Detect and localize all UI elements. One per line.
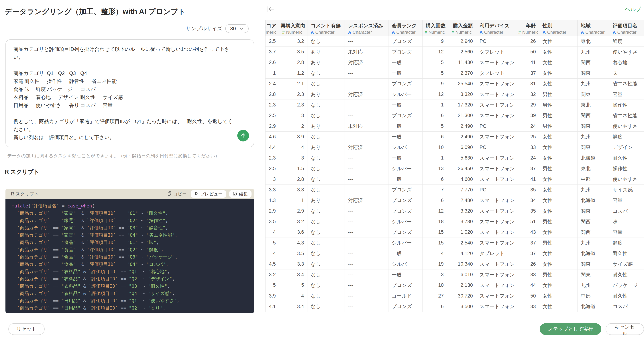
cell-purchase-amount: 4,120 — [447, 248, 476, 259]
column-header-purchase-amount[interactable]: 購入金額#Numeric — [447, 20, 476, 36]
cell-purchase-count: 6 — [422, 110, 447, 121]
cell-repurchase-intent: 2 — [278, 121, 308, 131]
cell-purchase-count: 15 — [422, 227, 447, 237]
cell-age: 24 — [518, 121, 539, 131]
cell-response-done: --- — [345, 100, 388, 110]
cell-member-rank: 一般 — [388, 100, 422, 110]
cell-response-done: 対応済 — [345, 195, 388, 206]
code-line: `商品カテゴリ` == "家電" & `評価項目ID` == "Q3" ~ "静… — [12, 224, 254, 231]
cell-member-rank: 一般 — [388, 153, 422, 163]
cell-purchase-count: 18 — [422, 216, 447, 227]
sample-size-select[interactable]: 30 — [225, 24, 248, 33]
cell-device: PC — [476, 121, 518, 131]
run-step-button[interactable]: ステップとして実行 — [540, 323, 602, 335]
cell-age: 37 — [518, 248, 539, 259]
cell-device: PC — [476, 185, 518, 195]
character-type-icon: A — [581, 30, 584, 35]
edit-button[interactable]: 編集 — [229, 190, 252, 198]
copy-button-label: コピー — [174, 191, 187, 197]
cell-member-rank: シルバー — [388, 216, 422, 227]
cell-repurchase-intent: 3.3 — [278, 185, 308, 195]
column-header-score[interactable]: スコア#Numeric — [265, 20, 278, 36]
cell-member-rank: 一般 — [388, 174, 422, 184]
column-header-purchase-count[interactable]: 購入回数#Numeric — [422, 20, 447, 36]
cell-repurchase-intent: 2.3 — [278, 100, 308, 110]
cell-score: 3 — [265, 174, 278, 184]
cell-gender: 男性 — [539, 238, 578, 248]
column-header-has-comment[interactable]: コメント有無ACharacter — [308, 20, 345, 36]
cell-response-done: --- — [345, 280, 388, 290]
cell-response-done: --- — [345, 153, 388, 163]
cell-has-comment: なし — [308, 248, 345, 259]
cell-has-comment: あり — [308, 89, 345, 100]
cell-has-comment: なし — [308, 36, 345, 47]
cell-purchase-count: 9 — [422, 79, 447, 89]
cell-repurchase-intent: 1.2 — [278, 68, 308, 78]
cell-device: スマートフォン — [476, 216, 518, 227]
table-row: 3.33.3なし---ブロンズ77,770PC35女性九州サイズ感 — [265, 185, 644, 195]
character-type-icon: A — [392, 30, 395, 35]
cell-score: 3.2 — [265, 269, 278, 280]
column-header-age[interactable]: 年齢#Numeric — [518, 20, 539, 36]
cell-repurchase-intent: 2.3 — [278, 89, 308, 100]
column-header-eval-item-name[interactable]: 評価項目名ACharacter — [610, 20, 644, 36]
cell-eval-item-name: 耐久性 — [610, 248, 644, 259]
cell-eval-item-name: 省エネ性能 — [610, 110, 644, 121]
cell-score: 4 — [265, 248, 278, 259]
cell-member-rank: 一般 — [388, 68, 422, 78]
page-title: データラングリング（加工、整形）with AI プロンプト — [5, 7, 186, 17]
cell-gender: 女性 — [539, 68, 578, 78]
cell-member-rank: ブロンズ — [388, 195, 422, 206]
copy-button[interactable]: コピー — [166, 191, 188, 197]
cell-repurchase-intent: 5 — [278, 280, 308, 290]
column-header-device[interactable]: 利用デバイスACharacter — [476, 20, 518, 36]
column-header-member-rank[interactable]: 会員ランクACharacter — [388, 20, 422, 36]
cell-region: 関西 — [578, 216, 610, 227]
column-header-region[interactable]: 地域ACharacter — [578, 20, 610, 36]
cell-eval-item-name: 省エネ性能 — [610, 79, 644, 89]
reset-button[interactable]: リセット — [8, 323, 44, 335]
cell-member-rank: ブロンズ — [388, 301, 422, 312]
cell-device: スマートフォン — [476, 195, 518, 206]
table-row: 4.13.4なし---ブロンズ63,500スマートフォン33女性北海道コスパ — [265, 301, 644, 312]
cell-region: 九州 — [578, 238, 610, 248]
cell-has-comment: なし — [308, 153, 345, 163]
cell-repurchase-intent: 3.5 — [278, 248, 308, 259]
cell-eval-item-name: 容量 — [610, 195, 644, 206]
column-header-gender[interactable]: 性別ACharacter — [539, 20, 578, 36]
table-row: 4.63.9なし---一般62,490スマートフォン25女性九州鮮度 — [265, 132, 644, 142]
cell-region: 北海道 — [578, 153, 610, 163]
cell-gender: 女性 — [539, 301, 578, 312]
cell-eval-item-name: 鮮度 — [610, 132, 644, 142]
cell-region: 九州 — [578, 47, 610, 57]
preview-button[interactable]: プレビュー — [191, 190, 226, 198]
cell-member-rank: シルバー — [388, 89, 422, 100]
column-name: 性別 — [542, 22, 574, 30]
cell-gender: 女性 — [539, 174, 578, 184]
submit-prompt-button[interactable] — [237, 130, 249, 141]
cell-gender: 男性 — [539, 269, 578, 280]
cell-purchase-amount: 17,320 — [447, 100, 476, 110]
cell-purchase-amount: 2,560 — [447, 47, 476, 57]
cell-score: 2.6 — [265, 57, 278, 68]
cell-purchase-amount: 2,490 — [447, 121, 476, 131]
cell-purchase-amount: 2,370 — [447, 68, 476, 78]
cell-gender: 女性 — [539, 291, 578, 301]
cancel-button[interactable]: キャンセル — [606, 323, 644, 335]
collapse-panel-icon[interactable] — [266, 5, 276, 14]
cell-repurchase-intent: 3 — [278, 110, 308, 121]
cell-response-done: --- — [345, 206, 388, 216]
column-header-repurchase-intent[interactable]: 再購入意向#Numeric — [278, 20, 308, 36]
cell-score: 2.4 — [265, 79, 278, 89]
cell-has-comment: なし — [308, 280, 345, 290]
cell-member-rank: シルバー — [388, 238, 422, 248]
column-header-response-done[interactable]: レスポンス済みACharacter — [345, 20, 388, 36]
cell-region: 中部 — [578, 291, 610, 301]
column-type-label: ACharacter — [581, 30, 606, 35]
help-link[interactable]: ヘルプ — [625, 6, 641, 13]
prompt-input[interactable]: 商品カテゴリと評価項目ID列を掛け合わせて以下のルールに従って新しい1つの列を作… — [14, 45, 234, 143]
cell-member-rank: ブロンズ — [388, 110, 422, 121]
column-type-label: #Numeric — [450, 30, 473, 35]
cell-purchase-amount: 6,090 — [447, 142, 476, 153]
cell-eval-item-name: 鮮度 — [610, 36, 644, 47]
